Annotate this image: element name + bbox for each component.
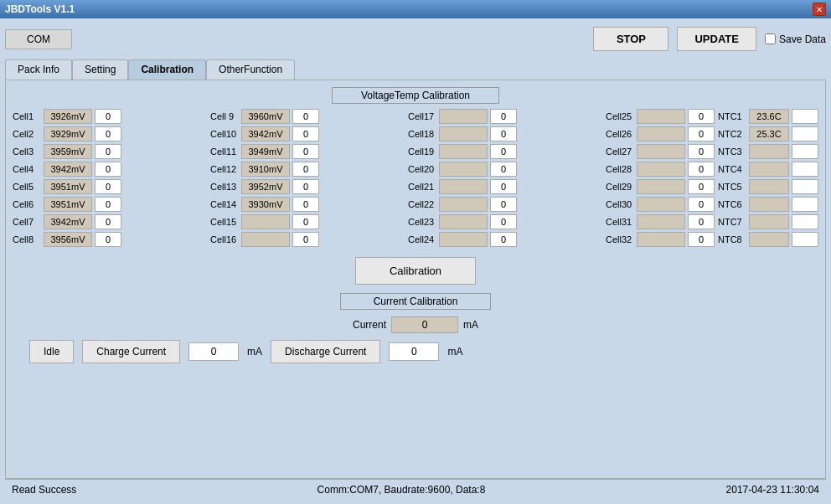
cell9-value[interactable] — [241, 109, 290, 124]
cell4-value[interactable] — [44, 162, 92, 177]
cell-row: Cell18 — [408, 126, 599, 141]
cell1-value[interactable] — [44, 109, 92, 124]
ntc1-label: NTC1 — [718, 111, 746, 121]
ntc4-input[interactable] — [792, 162, 818, 177]
ntc-row: NTC4 — [718, 162, 818, 177]
cell-row: Cell19 — [408, 144, 599, 159]
ntc7-input[interactable] — [792, 214, 818, 229]
cell1-input[interactable] — [95, 109, 121, 124]
cell21-input[interactable] — [490, 179, 517, 194]
cell14-input[interactable] — [292, 197, 319, 212]
save-data-checkbox[interactable] — [765, 33, 776, 44]
cell15-input[interactable] — [292, 214, 319, 229]
ntc8-input[interactable] — [792, 232, 818, 247]
ntc2-value[interactable] — [749, 126, 789, 141]
cell30-input[interactable] — [688, 197, 715, 212]
cell10-input[interactable] — [292, 126, 319, 141]
cell32-input[interactable] — [688, 232, 715, 247]
cell5-value[interactable] — [44, 179, 92, 194]
cell27-value-empty — [637, 144, 685, 159]
cell21-value-empty — [439, 179, 488, 194]
cell29-value-empty — [637, 179, 685, 194]
cell7-input[interactable] — [95, 214, 121, 229]
cell6-input[interactable] — [95, 197, 121, 212]
discharge-current-button[interactable]: Discharge Current — [271, 340, 380, 363]
cell-label: Cell17 — [408, 111, 436, 121]
cell18-value-empty — [439, 126, 488, 141]
cell29-input[interactable] — [688, 179, 715, 194]
cell28-input[interactable] — [688, 162, 715, 177]
cell10-value[interactable] — [241, 126, 290, 141]
calibration-button[interactable]: Calibration — [355, 257, 476, 285]
cell12-input[interactable] — [292, 162, 319, 177]
ntc6-input[interactable] — [792, 197, 818, 212]
cell-label: Cell11 — [210, 147, 239, 157]
cell26-input[interactable] — [688, 126, 715, 141]
cell8-input[interactable] — [95, 232, 121, 247]
discharge-current-input[interactable] — [389, 342, 439, 361]
ntc6-value-empty — [749, 197, 789, 212]
cell12-value[interactable] — [241, 162, 290, 177]
ntc4-value-empty — [749, 162, 789, 177]
cell25-input[interactable] — [688, 109, 715, 124]
close-button[interactable]: ✕ — [813, 3, 826, 16]
current-value[interactable] — [391, 316, 458, 333]
cell-label: Cell2 — [13, 129, 41, 139]
com-button[interactable]: COM — [5, 29, 72, 49]
ntc3-input[interactable] — [792, 144, 818, 159]
cell13-input[interactable] — [292, 179, 319, 194]
cell11-value[interactable] — [241, 144, 290, 159]
cell-row: Cell25 — [606, 109, 715, 124]
cell-row: Cell29 — [606, 179, 715, 194]
cell2-input[interactable] — [95, 126, 121, 141]
cell20-input[interactable] — [490, 162, 517, 177]
cell-row: Cell11 — [210, 144, 401, 159]
current-unit: mA — [463, 319, 478, 331]
update-button[interactable]: UPDATE — [677, 27, 756, 51]
tab-pack-info[interactable]: Pack Info — [5, 59, 72, 80]
cell22-input[interactable] — [490, 197, 517, 212]
charge-current-button[interactable]: Charge Current — [82, 340, 180, 363]
cell16-value-empty — [241, 232, 290, 247]
ntc5-value-empty — [749, 179, 789, 194]
cell5-input[interactable] — [95, 179, 121, 194]
cell4-input[interactable] — [95, 162, 121, 177]
cell16-input[interactable] — [292, 232, 319, 247]
cell-row: Cell28 — [606, 162, 715, 177]
ntc2-input[interactable] — [792, 126, 818, 141]
current-section-title: Current Calibration — [340, 293, 491, 310]
cell-row: Cell31 — [606, 214, 715, 229]
cell31-input[interactable] — [688, 214, 715, 229]
cell32-value-empty — [637, 232, 685, 247]
cell13-value[interactable] — [241, 179, 290, 194]
cell6-value[interactable] — [44, 197, 92, 212]
cell-label: Cell7 — [13, 217, 41, 227]
cell14-value[interactable] — [241, 197, 290, 212]
cell17-input[interactable] — [490, 109, 517, 124]
stop-button[interactable]: STOP — [593, 27, 668, 51]
ntc6-label: NTC6 — [718, 199, 746, 209]
cell23-input[interactable] — [490, 214, 517, 229]
tab-calibration[interactable]: Calibration — [128, 59, 206, 80]
ntc5-label: NTC5 — [718, 182, 746, 192]
cell18-input[interactable] — [490, 126, 517, 141]
cell27-input[interactable] — [688, 144, 715, 159]
charge-current-input[interactable] — [188, 342, 239, 361]
idle-button[interactable]: Idle — [29, 340, 74, 363]
cell2-value[interactable] — [44, 126, 92, 141]
cell24-input[interactable] — [490, 232, 517, 247]
cell11-input[interactable] — [292, 144, 319, 159]
ntc1-input[interactable] — [792, 109, 818, 124]
ntc1-value[interactable] — [749, 109, 789, 124]
cell19-input[interactable] — [490, 144, 517, 159]
cell9-input[interactable] — [292, 109, 319, 124]
cell31-value-empty — [637, 214, 685, 229]
cell3-value[interactable] — [44, 144, 92, 159]
cell-label: Cell27 — [606, 147, 634, 157]
cell8-value[interactable] — [44, 232, 92, 247]
tab-other-function[interactable]: OtherFunction — [206, 59, 295, 80]
ntc5-input[interactable] — [792, 179, 818, 194]
cell7-value[interactable] — [44, 214, 92, 229]
cell3-input[interactable] — [95, 144, 121, 159]
tab-setting[interactable]: Setting — [72, 59, 128, 80]
